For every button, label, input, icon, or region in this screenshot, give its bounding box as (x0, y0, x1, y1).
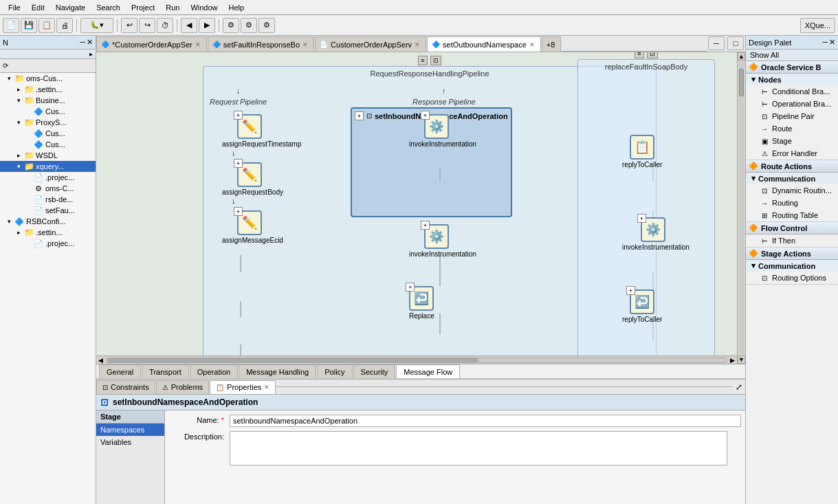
tab-more[interactable]: +8 (542, 36, 562, 52)
diagram-minimize[interactable]: ─ (708, 36, 725, 50)
left-panel-minimize[interactable]: ─ (80, 38, 85, 47)
menu-run[interactable]: Run (160, 2, 185, 13)
plus-icon[interactable]: + (421, 111, 430, 120)
tree-item[interactable]: ▾ 📁 ProxyS... (0, 117, 96, 128)
tree-item[interactable]: 📄 setFau... (0, 205, 96, 216)
palette-minimize[interactable]: ─ (822, 38, 828, 47)
node-invokeInstr-req[interactable]: + ⚙️ invokeInstrumentation (409, 114, 464, 148)
scroll-right[interactable]: ▶ (728, 357, 737, 364)
tab-setoutbound[interactable]: 🔷 setOutboundNamespace ✕ (427, 36, 541, 52)
tree-item[interactable]: 📄 rsb-de... (0, 194, 96, 205)
tab-close[interactable]: ✕ (415, 41, 420, 48)
menu-file[interactable]: File (3, 2, 26, 13)
forward-button[interactable]: ▶ (199, 18, 215, 33)
nav3-button[interactable]: ⚙ (258, 18, 275, 33)
nav-tab-transport[interactable]: Transport (142, 364, 189, 378)
tree-item[interactable]: ▸ 📁 .settin... (0, 227, 96, 238)
palette-section-flow-header[interactable]: 🔶 Flow Control (746, 222, 838, 234)
props-sidebar-variables[interactable]: Variables (96, 436, 164, 448)
props-sidebar-namespaces[interactable]: Namespaces (96, 424, 164, 436)
tree-item[interactable]: 🔷 Cus... (0, 106, 96, 117)
palette-item-stage[interactable]: ▣ Stage (746, 135, 838, 147)
scrollbar-thumb-h[interactable] (107, 358, 478, 362)
diagram-scrollbar-v[interactable]: ▲ ▼ (737, 52, 745, 364)
plus-icon[interactable]: + (406, 283, 415, 292)
menu-project[interactable]: Project (126, 2, 160, 13)
tree-item[interactable]: 📄 .projec... (0, 172, 96, 183)
palette-section-stage-header[interactable]: 🔶 Stage Actions (746, 248, 838, 260)
left-panel-close[interactable]: ✕ (87, 38, 93, 47)
debug-button[interactable]: 🐛▾ (80, 18, 113, 33)
tree-toggle[interactable]: ▸ (14, 229, 23, 236)
show-all-button[interactable]: Show All (746, 50, 838, 61)
left-panel-expand[interactable]: ▸ (89, 50, 93, 58)
nav2-button[interactable]: ⚙ (241, 18, 257, 33)
redo-button[interactable]: ↪ (139, 18, 155, 33)
tree-item[interactable]: ▸ 📁 .settin... (0, 84, 96, 95)
node-replyToCaller[interactable]: + ↩️ Replace (409, 286, 434, 320)
nav-tab-operation[interactable]: Operation (190, 364, 238, 378)
plus-icon[interactable]: + (234, 207, 243, 216)
plus-icon[interactable]: + (421, 221, 430, 230)
tree-item[interactable]: ▾ 📁 Busine... (0, 95, 96, 106)
scrollbar-thumb-v[interactable] (739, 69, 744, 96)
tree-item[interactable]: ▾ 📁 oms-Cus... (0, 73, 96, 84)
tree-toggle[interactable]: ▾ (4, 75, 14, 82)
menu-help[interactable]: Help (223, 2, 250, 13)
diagram-maximize[interactable]: □ (727, 36, 744, 50)
diagram-canvas[interactable]: ≡ ⊡ RequestResponseHandlingPipeline ↓ Re… (96, 52, 737, 355)
pipeline-collapse-btn[interactable]: ≡ (418, 56, 427, 65)
palette-section-oracle-header[interactable]: 🔶 Oracle Service B (746, 61, 838, 74)
tree-item[interactable]: 📄 .projec... (0, 238, 96, 249)
props-name-input[interactable] (230, 415, 741, 427)
nav-tab-general[interactable]: General (99, 364, 141, 378)
scroll-left[interactable]: ◀ (96, 357, 105, 364)
bottom-tab-constraints[interactable]: ⊡ Constraints (96, 380, 155, 394)
undo-button[interactable]: ↩ (121, 18, 137, 33)
node-invokeInstr-fault[interactable]: + ⚙️ invokeInstrumentation (622, 217, 684, 251)
saveas-button[interactable]: 📋 (38, 18, 55, 33)
palette-close[interactable]: ✕ (829, 38, 835, 47)
palette-item-conditional-branch[interactable]: ⊢ Conditional Bra... (746, 85, 838, 98)
save-button[interactable]: 💾 (21, 18, 37, 33)
tree-item[interactable]: 🔷 Cus... (0, 139, 96, 150)
palette-item-operational-branch[interactable]: ⊢ Operational Bra... (746, 98, 838, 110)
nav-button[interactable]: ⚙ (223, 18, 239, 33)
tree-toggle[interactable]: ▾ (14, 163, 23, 170)
plus-icon[interactable]: + (234, 159, 243, 168)
palette-item-if-then[interactable]: ⊢ If Then (746, 234, 838, 247)
tree-toggle[interactable]: ▾ (4, 218, 14, 225)
new-button[interactable]: 📄 (3, 18, 19, 33)
palette-item-route[interactable]: → Route (746, 122, 838, 135)
palette-section-route-header[interactable]: 🔶 Route Actions (746, 160, 838, 173)
tree-item[interactable]: 🔷 Cus... (0, 128, 96, 139)
plus-icon[interactable]: + (626, 286, 635, 295)
tab-close[interactable]: ✕ (302, 41, 308, 48)
fault-collapse-btn[interactable]: ≡ (635, 52, 643, 58)
node-assignMessageEcid[interactable]: + ✏️ assignMessageEcid (222, 210, 277, 244)
node-reply-fault[interactable]: + ↩️ replyToCaller (622, 289, 662, 323)
communication-subheader[interactable]: ▾ Communication (746, 173, 838, 184)
plus-icon[interactable]: + (234, 111, 243, 120)
palette-item-routing-table[interactable]: ⊞ Routing Table (746, 209, 838, 221)
tree-item[interactable]: ▸ 📁 WSDL (0, 150, 96, 161)
props-panel-expand[interactable]: ⤢ (733, 382, 745, 392)
tab-close[interactable]: ✕ (195, 41, 201, 48)
node-assignRequestBody[interactable]: + ✏️ assignRequestBody (222, 162, 277, 196)
print-button[interactable]: 🖨 (56, 18, 73, 33)
stage-plus[interactable]: + (355, 111, 364, 120)
history-button[interactable]: ⏱ (157, 18, 173, 33)
tree-toggle[interactable]: ▸ (14, 152, 23, 159)
stage-comm-subheader[interactable]: ▾ Communication (746, 260, 838, 272)
nav-tab-policy[interactable]: Policy (317, 364, 352, 378)
tab-close[interactable]: ✕ (529, 41, 535, 48)
nav-tab-security[interactable]: Security (353, 364, 396, 378)
palette-item-error-handler[interactable]: ⚠ Error Handler (746, 147, 838, 160)
scroll-up[interactable]: ▲ (738, 52, 745, 61)
node-assignRequestTimestamp[interactable]: + ✏️ assignRequestTimestamp (222, 114, 277, 148)
tab-close[interactable]: ✕ (264, 384, 269, 391)
props-desc-textarea[interactable] (230, 431, 727, 465)
menu-search[interactable]: Search (91, 2, 126, 13)
tree-toggle[interactable]: ▾ (14, 119, 23, 126)
tree-toggle[interactable]: ▾ (14, 97, 23, 104)
